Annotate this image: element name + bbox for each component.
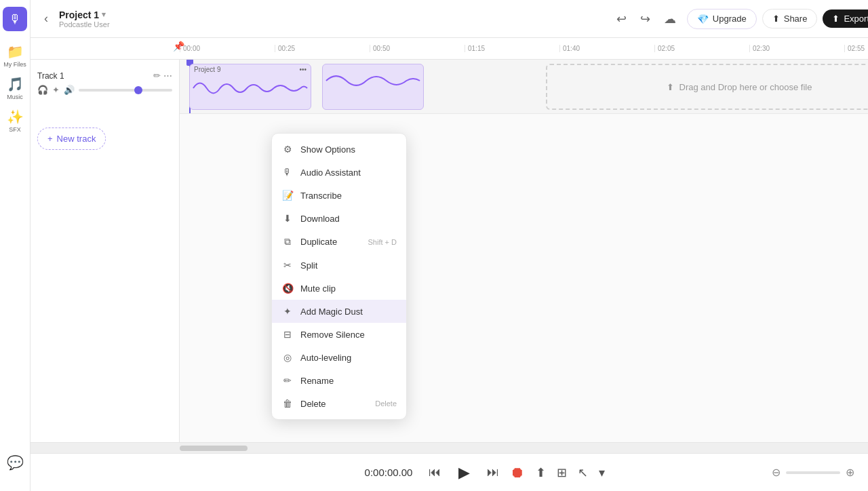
clip-1-waveform <box>190 75 311 102</box>
redo-button[interactable]: ↪ <box>637 9 653 29</box>
auto-leveling-icon: ◎ <box>281 352 294 363</box>
sidebar-item-music[interactable]: 🎵 Music <box>0 73 30 103</box>
share-button[interactable]: ⬆ Share <box>762 9 818 28</box>
main-area: ‹ Project 1 ▾ Podcastle User ↩ ↪ ☁ 💎 Upg… <box>31 0 868 491</box>
track-headphone-button[interactable]: 🎧 <box>37 85 48 95</box>
back-button[interactable]: ‹ <box>41 9 51 28</box>
magic-dust-label: Add Magic Dust <box>300 307 363 317</box>
menu-item-download[interactable]: ⬇ Download <box>272 207 406 230</box>
track-more-button[interactable]: ⋯ <box>163 71 172 81</box>
gem-icon: 💎 <box>697 14 709 24</box>
export-label: Export <box>844 14 868 24</box>
clip-1-label: Project 9 ••• <box>190 64 311 75</box>
cloud-button[interactable]: ☁ <box>661 9 679 29</box>
track-header-icons: ✏ ⋯ <box>153 71 172 81</box>
show-options-icon: ⚙ <box>281 144 294 155</box>
record-icon: ⏺ <box>510 464 525 481</box>
audio-clip-2[interactable] <box>322 64 424 110</box>
menu-item-auto-leveling[interactable]: ◎ Auto-leveling <box>272 346 406 369</box>
context-menu: ⚙ Show Options 🎙 Audio Assistant 📝 Trans… <box>271 133 407 420</box>
menu-item-mute-clip[interactable]: 🔇 Mute clip <box>272 277 406 300</box>
zoom-out-button[interactable]: ⊖ <box>772 466 781 479</box>
new-track-button[interactable]: + New track <box>37 127 106 150</box>
rewind-button[interactable]: ⏮ <box>429 465 441 479</box>
sidebar-item-my-files[interactable]: 📁 My Files <box>0 41 30 71</box>
forward-icon: ⏭ <box>487 465 499 479</box>
menu-item-duplicate[interactable]: ⧉ Duplicate Shift + D <box>272 230 406 254</box>
sidebar-item-label-sfx: SFX <box>9 126 21 133</box>
remove-silence-label: Remove Silence <box>300 330 365 340</box>
export-button[interactable]: ⬆ Export <box>823 9 868 28</box>
project-info: Project 1 ▾ Podcastle User <box>59 9 606 28</box>
track-header: Track 1 ✏ ⋯ <box>37 71 172 81</box>
sidebar-item-label-my-files: My Files <box>3 61 26 68</box>
transcribe-icon: 📝 <box>281 190 294 201</box>
files-icon: 📁 <box>7 43 24 60</box>
ruler-mark-0: 00:00 <box>180 45 275 52</box>
menu-item-rename[interactable]: ✏ Rename <box>272 369 406 392</box>
ruler-mark-6: 02:30 <box>749 45 844 52</box>
undo-button[interactable]: ↩ <box>614 9 629 29</box>
zoom-in-button[interactable]: ⊕ <box>846 466 854 479</box>
split-icon: ✂ <box>281 260 294 271</box>
export-icon: ⬆ <box>832 14 840 24</box>
menu-item-remove-silence[interactable]: ⊟ Remove Silence <box>272 323 406 346</box>
header: ‹ Project 1 ▾ Podcastle User ↩ ↪ ☁ 💎 Upg… <box>31 0 868 38</box>
mixer-button[interactable]: ⊞ <box>557 465 567 480</box>
menu-item-delete[interactable]: 🗑 Delete Delete <box>272 392 406 415</box>
scroll-thumb[interactable] <box>180 446 248 451</box>
track-controls-panel: Track 1 ✏ ⋯ 🎧 ✦ 🔊 + New <box>31 60 180 442</box>
rewind-icon: ⏮ <box>429 465 441 479</box>
transcribe-label: Transcribe <box>300 191 342 201</box>
forward-button[interactable]: ⏭ <box>487 465 499 479</box>
project-user: Podcastle User <box>59 20 606 28</box>
ruler-mark-7: 02:55 <box>844 45 868 52</box>
audio-assistant-label: Audio Assistant <box>300 168 361 178</box>
clip-2-waveform <box>323 67 423 94</box>
auto-leveling-label: Auto-leveling <box>300 353 351 363</box>
sidebar-item-sfx[interactable]: ✨ SFX <box>0 106 30 136</box>
play-icon: ▶ <box>458 464 470 481</box>
delete-icon: 🗑 <box>281 398 294 409</box>
new-track-plus-icon: + <box>47 134 53 144</box>
show-options-label: Show Options <box>300 144 355 155</box>
zoom-out-icon: ⊖ <box>772 467 781 478</box>
menu-item-split[interactable]: ✂ Split <box>272 254 406 277</box>
split-label: Split <box>300 260 317 271</box>
duplicate-icon: ⧉ <box>281 236 294 248</box>
track-controls-row: 🎧 ✦ 🔊 <box>37 85 172 95</box>
cursor-button[interactable]: ↖ <box>578 465 588 480</box>
upgrade-button[interactable]: 💎 Upgrade <box>687 9 757 29</box>
menu-item-show-options[interactable]: ⚙ Show Options <box>272 138 406 161</box>
ruler-marks: 00:00 00:25 00:50 01:15 01:40 02:05 02:3… <box>180 45 868 52</box>
chat-icon: 💬 <box>7 454 24 471</box>
more-options-button[interactable]: ▾ <box>599 465 605 480</box>
upgrade-label: Upgrade <box>713 14 747 24</box>
record-button[interactable]: ⏺ <box>510 464 525 482</box>
timeline-ruler: 📌 00:00 00:25 00:50 01:15 01:40 02:05 02… <box>31 38 868 60</box>
logo-icon: 🎙 <box>9 12 21 26</box>
clip-1-dots[interactable]: ••• <box>299 66 307 73</box>
download-icon: ⬇ <box>281 213 294 224</box>
audio-clip-1[interactable]: Project 9 ••• <box>189 64 311 110</box>
track-volume-button[interactable]: 🔊 <box>64 85 75 95</box>
menu-item-add-magic-dust[interactable]: ✦ Add Magic Dust <box>272 300 406 323</box>
sidebar-item-chat[interactable]: 💬 <box>0 448 30 477</box>
track-edit-button[interactable]: ✏ <box>153 71 161 81</box>
menu-item-transcribe[interactable]: 📝 Transcribe <box>272 184 406 207</box>
share-label: Share <box>784 14 808 24</box>
rename-icon: ✏ <box>281 375 294 386</box>
rename-label: Rename <box>300 376 334 386</box>
project-title[interactable]: Project 1 ▾ <box>59 9 606 20</box>
share-icon: ⬆ <box>772 14 780 24</box>
app-logo: 🎙 <box>3 7 27 31</box>
track-volume-slider[interactable] <box>79 89 172 92</box>
play-button[interactable]: ▶ <box>452 460 476 485</box>
magic-dust-icon: ✦ <box>281 306 294 317</box>
drop-zone[interactable]: ⬆ Drag and Drop here or choose file <box>546 64 868 110</box>
cloud-icon: ☁ <box>664 12 676 26</box>
more-options-icon: ▾ <box>599 466 605 479</box>
upload-button[interactable]: ⬆ <box>536 465 546 480</box>
menu-item-audio-assistant[interactable]: 🎙 Audio Assistant <box>272 161 406 184</box>
track-fx-button[interactable]: ✦ <box>52 85 60 95</box>
